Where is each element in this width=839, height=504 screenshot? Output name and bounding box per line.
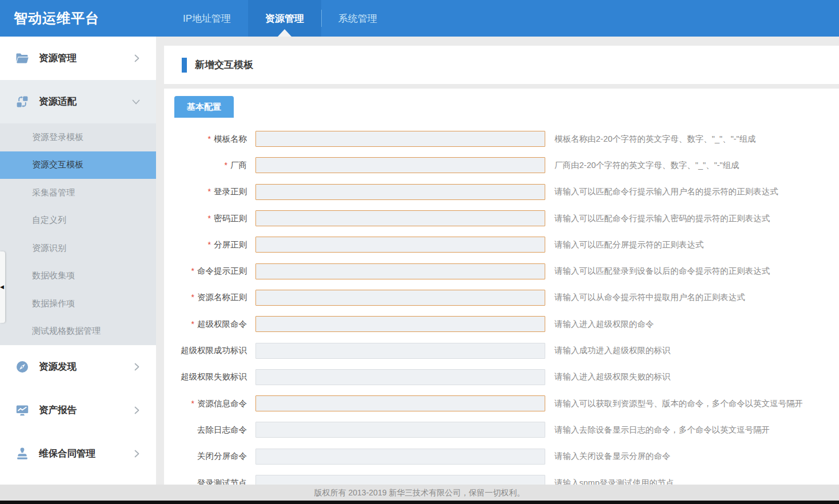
- command-prompt-regex-input[interactable]: [255, 263, 545, 279]
- chevron-down-icon: [132, 99, 140, 105]
- form-row-vendor: *厂商厂商由2-20个字符的英文字母、数字、"_"、"-"组成: [174, 152, 839, 178]
- field-label-text: 关闭分屏命令: [197, 451, 247, 461]
- field-hint-password-regex: 请输入可以匹配命令行提示输入密码的提示符的正则表达式: [554, 213, 770, 224]
- resource-info-command-input[interactable]: [255, 395, 545, 411]
- form-panel: 基本配置 *模板名称模板名称由2-20个字符的英文字母、数字、"_"、"-"组成…: [164, 89, 839, 485]
- sidebar-subitem-custom-columns[interactable]: 自定义列: [0, 207, 156, 235]
- field-label-super-permission-command: *超级权限命令: [174, 319, 247, 330]
- split-screen-regex-input[interactable]: [255, 237, 545, 253]
- sidebar-item-label: 资源管理: [39, 52, 77, 65]
- sidebar-subitem-label: 资源识别: [32, 243, 66, 254]
- chevron-right-icon: [134, 406, 140, 414]
- super-permission-command-input[interactable]: [255, 316, 545, 332]
- form-row-resource-info-command: *资源信息命令请输入可以获取到资源型号、版本的命令，多个命令以英文逗号隔开: [174, 390, 839, 417]
- chevron-right-icon: [134, 363, 140, 371]
- sidebar-subitem-label: 资源交互模板: [32, 159, 83, 170]
- sidebar-item-maintenance-contract-management[interactable]: 维保合同管理: [0, 432, 156, 475]
- field-hint-remove-log-command: 请输入去除设备显示日志的命令，多个命令以英文逗号隔开: [554, 425, 770, 435]
- sidebar: 资源管理资源适配资源登录模板资源交互模板采集器管理自定义列资源识别数据收集项数据…: [0, 37, 156, 485]
- login-regex-input[interactable]: [255, 184, 545, 200]
- sidebar-item-asset-report[interactable]: 资产报告: [0, 389, 156, 432]
- field-hint-vendor: 厂商由2-20个字符的英文字母、数字、"_"、"-"组成: [554, 160, 740, 171]
- form-row-resource-name-regex: *资源名称正则请输入可以从命令提示符中提取用户名的正则表达式: [174, 285, 839, 311]
- field-hint-resource-name-regex: 请输入可以从命令提示符中提取用户名的正则表达式: [554, 292, 745, 303]
- field-hint-close-split-screen-command: 请输入关闭设备显示分屏的命令: [554, 451, 670, 462]
- field-label-password-regex: *密码正则: [174, 213, 247, 224]
- field-hint-split-screen-regex: 请输入可以匹配分屏提示符的正则表达式: [554, 239, 704, 250]
- form-row-remove-log-command: *去除日志命令请输入去除设备显示日志的命令，多个命令以英文逗号隔开: [174, 417, 839, 443]
- folder-icon: [15, 51, 30, 65]
- compass-icon: [15, 360, 30, 374]
- sidebar-item-label: 资产报告: [39, 404, 77, 417]
- sidebar-subitem-resource-login-template[interactable]: 资源登录模板: [0, 123, 156, 151]
- field-label-vendor: *厂商: [174, 160, 247, 171]
- form-row-password-regex: *密码正则请输入可以匹配命令行提示输入密码的提示符的正则表达式: [174, 205, 839, 231]
- sidebar-collapse-handle[interactable]: ◀: [0, 251, 5, 323]
- field-label-resource-info-command: *资源信息命令: [174, 398, 247, 409]
- sidebar-item-resource-management[interactable]: 资源管理: [0, 37, 156, 80]
- required-asterisk: *: [208, 240, 211, 249]
- required-asterisk: *: [191, 293, 194, 302]
- sidebar-subitem-data-operation-items[interactable]: 数据操作项: [0, 290, 156, 318]
- login-test-node-input[interactable]: [255, 475, 545, 485]
- sidebar-subitem-label: 数据操作项: [32, 298, 75, 309]
- super-permission-success-flag-input[interactable]: [255, 343, 545, 359]
- top-nav-item-2[interactable]: 系统管理: [321, 0, 394, 37]
- field-label-close-split-screen-command: *关闭分屏命令: [174, 451, 247, 462]
- sidebar-subitem-collector-management[interactable]: 采集器管理: [0, 179, 156, 207]
- field-label-text: 密码正则: [214, 214, 247, 223]
- field-label-text: 资源名称正则: [197, 293, 247, 302]
- top-nav-item-label: IP地址管理: [183, 12, 231, 25]
- top-nav-item-0[interactable]: IP地址管理: [166, 0, 248, 37]
- field-label-super-permission-success-flag: *超级权限成功标识: [174, 345, 247, 356]
- sidebar-subitem-data-collection-items[interactable]: 数据收集项: [0, 262, 156, 290]
- adapt-icon: [15, 95, 30, 109]
- page-title-panel: 新增交互模板: [164, 46, 839, 84]
- field-label-text: 分屏正则: [214, 240, 247, 249]
- template-name-input[interactable]: [255, 131, 545, 147]
- top-nav-item-1[interactable]: 资源管理: [248, 0, 321, 37]
- remove-log-command-input[interactable]: [255, 422, 545, 438]
- super-permission-fail-flag-input[interactable]: [255, 369, 545, 385]
- footer: 版权所有 2013-2019 新华三技术有限公司，保留一切权利。: [0, 485, 839, 501]
- resource-name-regex-input[interactable]: [255, 290, 545, 306]
- sidebar-item-resource-discovery[interactable]: 资源发现: [0, 345, 156, 389]
- field-label-text: 登录正则: [214, 187, 247, 196]
- field-label-text: 资源信息命令: [197, 399, 247, 408]
- field-label-text: 命令提示正则: [197, 266, 247, 275]
- form-row-command-prompt-regex: *命令提示正则请输入可以匹配登录到设备以后的命令提示符的正则表达式: [174, 258, 839, 284]
- report-icon: [15, 403, 30, 417]
- required-asterisk: *: [208, 214, 211, 223]
- chevron-right-icon: [134, 450, 140, 458]
- field-label-text: 厂商: [230, 161, 247, 170]
- required-asterisk: *: [191, 319, 194, 329]
- required-asterisk: *: [208, 134, 211, 143]
- form-row-close-split-screen-command: *关闭分屏命令请输入关闭设备显示分屏的命令: [174, 443, 839, 470]
- field-label-login-regex: *登录正则: [174, 186, 247, 197]
- form-row-split-screen-regex: *分屏正则请输入可以匹配分屏提示符的正则表达式: [174, 231, 839, 258]
- form-row-super-permission-fail-flag: *超级权限失败标识请输入进入超级权限失败的标识: [174, 364, 839, 390]
- field-label-template-name: *模板名称: [174, 134, 247, 145]
- form-row-login-regex: *登录正则请输入可以匹配命令行提示输入用户名的提示符的正则表达式: [174, 179, 839, 205]
- form-row-login-test-node: *登录测试节点请输入snmp登录测试使用的节点: [174, 470, 839, 485]
- chevron-right-icon: [134, 54, 140, 62]
- sidebar-subitem-resource-interaction-template[interactable]: 资源交互模板: [0, 151, 156, 179]
- active-tab-pointer-icon: [278, 29, 291, 37]
- field-label-text: 超级权限成功标识: [181, 346, 247, 355]
- sidebar-item-resource-adaptation[interactable]: 资源适配: [0, 80, 156, 123]
- field-hint-resource-info-command: 请输入可以获取到资源型号、版本的命令，多个命令以英文逗号隔开: [554, 398, 803, 409]
- field-hint-super-permission-success-flag: 请输入成功进入超级权限的标识: [554, 345, 670, 356]
- sidebar-subitem-label: 资源登录模板: [32, 132, 83, 143]
- close-split-screen-command-input[interactable]: [255, 449, 545, 465]
- tab-basic-config[interactable]: 基本配置: [174, 96, 234, 118]
- field-label-login-test-node: *登录测试节点: [174, 478, 247, 485]
- sidebar-subitem-resource-identification[interactable]: 资源识别: [0, 234, 156, 262]
- sidebar-subitem-label: 采集器管理: [32, 187, 75, 198]
- sidebar-subitem-test-spec-data-management[interactable]: 测试规格数据管理: [0, 318, 156, 346]
- vendor-input[interactable]: [255, 157, 545, 173]
- required-asterisk: *: [225, 161, 227, 170]
- field-hint-template-name: 模板名称由2-20个字符的英文字母、数字、"_"、"-"组成: [554, 134, 756, 145]
- field-label-text: 超级权限命令: [197, 319, 247, 329]
- field-label-resource-name-regex: *资源名称正则: [174, 292, 247, 303]
- password-regex-input[interactable]: [255, 210, 545, 226]
